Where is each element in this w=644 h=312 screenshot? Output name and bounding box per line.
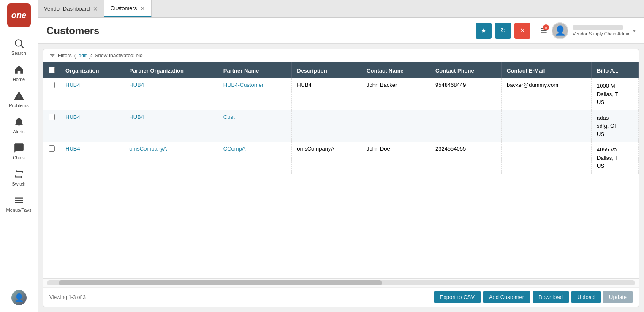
row-checkbox[interactable] <box>49 82 55 88</box>
viewing-count: Viewing 1-3 of 3 <box>49 294 86 300</box>
row-checkbox[interactable] <box>49 145 55 152</box>
user-name-redacted <box>573 25 623 30</box>
row-organization: HUB4 <box>60 110 124 142</box>
horizontal-scrollbar[interactable] <box>43 278 639 287</box>
table-row: HUB4 HUB4 HUB4-Customer HUB4 John Backer… <box>43 78 639 110</box>
add-customer-button[interactable]: Add Customer <box>483 291 530 303</box>
row-contact-phone: 9548468449 <box>430 78 501 110</box>
sidebar-item-search[interactable]: Search <box>0 34 38 60</box>
col-contact-phone: Contact Phone <box>430 62 501 78</box>
filters-show-inactivated: Show Inactivated: No <box>95 53 142 59</box>
row-partner-name: HUB4-Customer <box>218 78 291 110</box>
sidebar-item-problems[interactable]: Problems <box>0 86 38 112</box>
organization-link[interactable]: HUB4 <box>65 114 80 120</box>
customers-table: Organization Partner Organization Partne… <box>43 62 639 174</box>
filters-label: Filters <box>58 53 72 59</box>
row-partner-name: CCompA <box>218 142 291 174</box>
switch-icon <box>14 169 24 180</box>
row-description <box>292 110 361 142</box>
row-partner-org: HUB4 <box>124 110 218 142</box>
organization-link[interactable]: HUB4 <box>65 82 80 88</box>
bell-icon <box>14 116 24 127</box>
download-button[interactable]: Download <box>533 291 569 303</box>
export-csv-button[interactable]: Export to CSV <box>434 291 481 303</box>
refresh-button[interactable]: ↻ <box>495 23 511 39</box>
scrollbar-thumb <box>59 280 382 285</box>
sidebar: one Search Home Problems Alerts Chats <box>0 0 38 312</box>
partner-name-link[interactable]: Cust <box>223 114 235 120</box>
row-contact-email: backer@dummy.com <box>502 78 592 110</box>
col-description: Description <box>292 62 361 78</box>
favorite-button[interactable]: ★ <box>476 23 492 39</box>
col-contact-email: Contact E-Mail <box>502 62 592 78</box>
table-row: HUB4 HUB4 Cust adassdfg, CTUS <box>43 110 639 142</box>
row-description: omsCompanyA <box>292 142 361 174</box>
col-partner-org: Partner Organization <box>124 62 218 78</box>
partner-org-link[interactable]: HUB4 <box>129 114 144 120</box>
row-billo: adassdfg, CTUS <box>592 110 639 142</box>
user-avatar: 👤 <box>552 22 568 39</box>
col-organization: Organization <box>60 62 124 78</box>
update-button[interactable]: Update <box>603 291 633 303</box>
row-contact-phone <box>430 110 501 142</box>
footer-actions: Export to CSV Add Customer Download Uplo… <box>434 291 633 303</box>
page-title: Customers <box>46 25 99 37</box>
filter-icon <box>49 53 55 59</box>
row-checkbox[interactable] <box>49 114 55 120</box>
row-description: HUB4 <box>292 78 361 110</box>
tab-close-vendor-dashboard[interactable]: ✕ <box>93 6 98 12</box>
upload-button[interactable]: Upload <box>571 291 601 303</box>
tab-label: Customers <box>110 5 137 11</box>
page-header: Customers ★ ↻ ✕ ☰ ★ 👤 Vendor Supply Chai… <box>38 18 644 44</box>
row-partner-org: omsCompanyA <box>124 142 218 174</box>
sidebar-item-alerts[interactable]: Alerts <box>0 112 38 138</box>
tab-vendor-dashboard[interactable]: Vendor Dashboard ✕ <box>38 0 104 17</box>
organization-link[interactable]: HUB4 <box>65 145 80 152</box>
svg-line-1 <box>21 46 23 48</box>
user-avatar-small: 👤 <box>11 290 27 305</box>
row-contact-email <box>502 110 592 142</box>
row-partner-name: Cust <box>218 110 291 142</box>
row-checkbox-cell <box>43 142 60 174</box>
close-page-button[interactable]: ✕ <box>514 23 530 39</box>
sidebar-item-label: Search <box>11 51 26 56</box>
row-billo: 4055 VaDallas, TUS <box>592 142 639 174</box>
row-organization: HUB4 <box>60 78 124 110</box>
sidebar-item-home[interactable]: Home <box>0 60 38 86</box>
home-icon <box>14 64 24 75</box>
col-contact-name: Contact Name <box>361 62 430 78</box>
filters-edit-link[interactable]: edit <box>79 53 87 59</box>
tab-bar: Vendor Dashboard ✕ Customers ✕ <box>38 0 644 18</box>
notifications-button[interactable]: ☰ ★ <box>541 26 547 35</box>
tab-close-customers[interactable]: ✕ <box>140 5 145 11</box>
footer-bar: Viewing 1-3 of 3 Export to CSV Add Custo… <box>43 287 639 307</box>
sidebar-item-user-avatar[interactable]: 👤 <box>0 286 38 312</box>
chat-icon <box>14 143 24 153</box>
sidebar-item-menus[interactable]: Menus/Favs <box>0 191 38 217</box>
header-actions: ★ ↻ ✕ ☰ ★ 👤 Vendor Supply Chain Admin ▾ <box>476 22 636 39</box>
app-logo: one <box>7 3 31 27</box>
table-body: HUB4 HUB4 HUB4-Customer HUB4 John Backer… <box>43 78 639 174</box>
row-contact-name <box>361 110 430 142</box>
user-dropdown-icon[interactable]: ▾ <box>633 28 636 34</box>
col-checkbox <box>43 62 60 78</box>
tab-customers[interactable]: Customers ✕ <box>104 0 152 17</box>
partner-org-link[interactable]: omsCompanyA <box>129 145 167 152</box>
col-billo: Billo A... <box>592 62 639 78</box>
sidebar-item-label: Switch <box>12 181 25 186</box>
main-content: Vendor Dashboard ✕ Customers ✕ Customers… <box>38 0 644 312</box>
select-all-checkbox[interactable] <box>49 67 55 73</box>
menu-icon <box>14 195 24 206</box>
user-info[interactable]: Vendor Supply Chain Admin ▾ <box>573 25 636 36</box>
user-role: Vendor Supply Chain Admin <box>573 31 630 36</box>
content-area: Filters (edit): Show Inactivated: No Org… <box>38 44 644 312</box>
partner-org-link[interactable]: HUB4 <box>129 82 144 88</box>
sidebar-item-switch[interactable]: Switch <box>0 164 38 191</box>
partner-name-link[interactable]: HUB4-Customer <box>223 82 264 88</box>
row-organization: HUB4 <box>60 142 124 174</box>
sidebar-item-label: Home <box>13 77 25 82</box>
partner-name-link[interactable]: CCompA <box>223 145 246 152</box>
row-contact-email <box>502 142 592 174</box>
sidebar-item-chats[interactable]: Chats <box>0 138 38 164</box>
filters-bar: Filters (edit): Show Inactivated: No <box>43 49 639 62</box>
